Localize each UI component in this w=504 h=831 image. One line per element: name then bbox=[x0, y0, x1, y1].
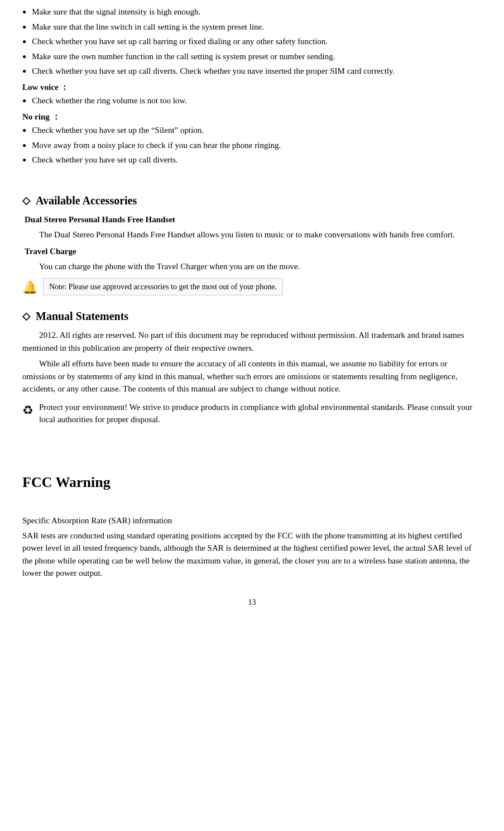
no-ring-bullets: Check whether you have set up the “Silen… bbox=[22, 124, 482, 166]
list-item: Make sure that the signal intensity is h… bbox=[22, 6, 482, 18]
note-icon: 🔔 bbox=[22, 278, 37, 297]
note-box: 🔔 Note: Please use approved accessories … bbox=[22, 278, 482, 297]
list-item: Check whether you have set up call diver… bbox=[22, 65, 482, 78]
sar-para1: SAR tests are conducted using standard o… bbox=[22, 529, 482, 580]
low-voice-section: Low voice ： Check whether the ring volum… bbox=[22, 81, 482, 107]
manual-para2: While all efforts have been made to ensu… bbox=[22, 357, 482, 395]
list-item: Check whether you have set up call diver… bbox=[22, 154, 482, 166]
page-number: 13 bbox=[22, 596, 482, 608]
available-accessories-heading: Available Accessories bbox=[22, 192, 482, 209]
fcc-heading: FCC Warning bbox=[22, 471, 482, 493]
no-ring-section: No ring ： Check whether you have set up … bbox=[22, 111, 482, 166]
low-voice-label: Low voice ： bbox=[22, 81, 482, 94]
env-row: ♻ Protect your environment! We strive to… bbox=[22, 401, 482, 426]
list-item: Make sure that the line switch in call s… bbox=[22, 21, 482, 34]
dual-stereo-title: Dual Stereo Personal Hands Free Handset bbox=[22, 213, 482, 226]
travel-charge-para: You can charge the phone with the Travel… bbox=[22, 260, 482, 273]
dual-stereo-para: The Dual Stereo Personal Hands Free Hand… bbox=[22, 228, 482, 241]
no-ring-label: No ring ： bbox=[22, 111, 482, 123]
manual-para1: 2012. All rights are reserved. No part o… bbox=[22, 329, 482, 354]
note-text: Note: Please use approved accessories to… bbox=[43, 278, 283, 295]
sar-label: Specific Absorption Rate (SAR) informati… bbox=[22, 514, 482, 527]
travel-charge-title: Travel Charge bbox=[22, 245, 482, 258]
list-item: Check whether you have set up the “Silen… bbox=[22, 124, 482, 137]
list-item: Make sure the own number function in the… bbox=[22, 50, 482, 63]
env-para: Protect your environment! We strive to p… bbox=[39, 401, 482, 426]
main-bullet-list: Make sure that the signal intensity is h… bbox=[22, 6, 482, 78]
manual-statements-heading: Manual Statements bbox=[22, 308, 482, 324]
env-icon: ♻ bbox=[22, 401, 33, 419]
low-voice-bullets: Check whether the ring volume is not too… bbox=[22, 94, 482, 107]
list-item: Check whether the ring volume is not too… bbox=[22, 94, 482, 107]
list-item: Check whether you have set up call barri… bbox=[22, 35, 482, 48]
list-item: Move away from a noisy place to check if… bbox=[22, 139, 482, 152]
